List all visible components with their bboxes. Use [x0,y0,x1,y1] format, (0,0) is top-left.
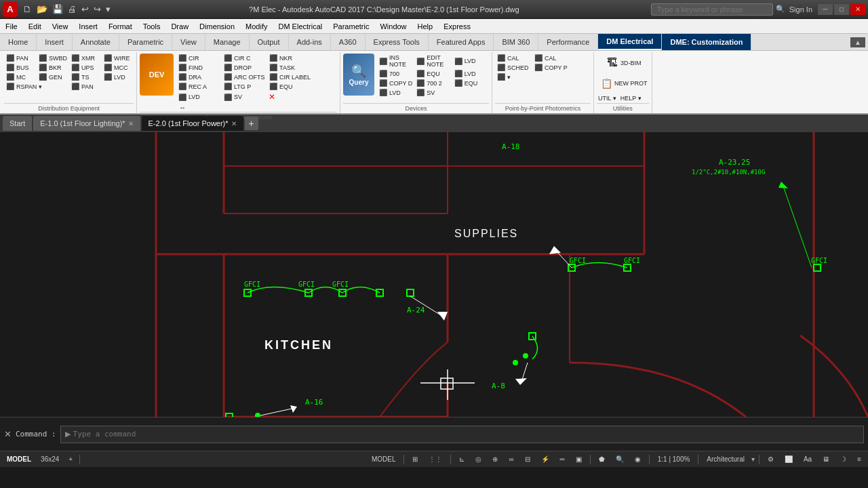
bus-button[interactable]: ⬛BUS [4,63,36,72]
mcc-button[interactable]: ⬛MCC [102,63,134,72]
menu-tools[interactable]: Tools [138,19,166,33]
save-icon[interactable]: 💾 [51,3,64,16]
circ-button[interactable]: ⬛CIR C [222,54,267,62]
hardware-accel-button[interactable]: 🖥 [818,455,833,464]
equ-dev-button[interactable]: ⬛EQU [414,69,451,78]
undo-icon[interactable]: ↩ [80,3,90,16]
model-tab-button[interactable]: MODEL [3,455,35,464]
menu-insert[interactable]: Insert [73,19,103,33]
dev-700-button[interactable]: ⬛700 [377,69,414,78]
model-indicator[interactable]: MODEL [368,455,400,464]
print-icon[interactable]: 🖨 [66,3,78,16]
reca-button[interactable]: ⬛REC A [176,82,221,91]
equ-c-button[interactable]: ⬛EQU [267,82,312,91]
tab-a360[interactable]: A360 [331,34,366,50]
query-large-button[interactable]: 🔍 Query [343,54,374,96]
find-button[interactable]: ⬛FIND [176,63,221,72]
sv3-button[interactable]: ⬛SV [414,88,451,97]
osnap-button[interactable]: ⊕ [488,455,502,464]
lvd3-button[interactable]: ⬛LVD [377,88,414,97]
edit-note-button[interactable]: ⬛EDITNOTE [414,54,451,68]
menu-parametric[interactable]: Parametric [328,19,374,33]
tab-parametric[interactable]: Parametric [119,34,172,50]
rspan-button[interactable]: ⬛RSPAN ▾ [4,82,68,91]
menu-modify[interactable]: Modify [240,19,273,33]
tab-home[interactable]: Home [0,34,37,50]
menu-window[interactable]: Window [374,19,412,33]
tab-e20-close[interactable]: ✕ [231,120,237,127]
tab-featured[interactable]: Featured Apps [429,34,494,50]
tab-e20[interactable]: E-2.0 (1st Floor Power)* ✕ [142,116,243,131]
tab-dme-customization[interactable]: DME: Customization [662,34,751,50]
tab-start[interactable]: Start [3,116,32,131]
lvd-button[interactable]: ⬛LVD [102,73,134,81]
tab-view[interactable]: View [172,34,205,50]
dev-7002-button[interactable]: ⬛700 2 [414,79,451,87]
tab-e10[interactable]: E-1.0 (1st Floor Lighting)* ✕ [33,116,140,131]
task-button[interactable]: ⬛TASK [267,63,312,72]
cal-button[interactable]: ⬛CAL [495,54,532,62]
tab-manage[interactable]: Manage [205,34,250,50]
equ3-button[interactable]: ⬛EQU [452,79,489,87]
ltg-p-button[interactable]: ⬛LTG P [222,82,267,91]
lw-button[interactable]: ═ [556,455,569,464]
layout-tab-button[interactable]: 36x24 [37,455,63,464]
gen-button[interactable]: ⬛GEN [37,73,68,81]
otrack-button[interactable]: ∞ [505,455,517,464]
swbd-button[interactable]: ⬛SWBD [37,54,68,62]
isolation-button[interactable]: ☽ [836,455,850,464]
command-input[interactable] [73,430,859,439]
units-button[interactable]: Architectural [703,455,749,464]
tab-insert[interactable]: Insert [37,34,73,50]
sched-button[interactable]: ⬛SCHED [495,63,532,72]
redo-icon[interactable]: ↪ [92,3,102,16]
tab-output[interactable]: Output [250,34,289,50]
add-layout-button[interactable]: + [64,455,77,464]
sc-button[interactable]: 🔍 [612,455,628,464]
ducs-button[interactable]: ⊟ [521,455,534,464]
snap-button[interactable]: ⋮⋮ [425,455,446,464]
new-icon[interactable]: 🗋 [22,3,33,16]
tab-bim360[interactable]: BIM 360 [494,34,538,50]
dev-large-button[interactable]: DEV [140,54,174,96]
tab-e10-close[interactable]: ✕ [128,120,134,127]
cir-button[interactable]: ⬛CIR [176,54,221,62]
dropdown-icon[interactable]: ▾ [104,3,112,16]
help-button[interactable]: HELP ▾ [619,94,643,102]
drop-button[interactable]: ⬛DROP [222,63,267,72]
tab-performance[interactable]: Performance [538,34,598,50]
ts-button[interactable]: ⬛TS [69,73,101,81]
new-prot-button[interactable]: 📋 NEW PROT [597,74,649,93]
search-input[interactable] [651,3,773,16]
menu-dimension[interactable]: Dimension [194,19,240,33]
arc-ofts-button[interactable]: ⬛ARC OFTS [222,73,267,81]
qp-button[interactable]: ⬟ [595,455,609,464]
dyn-button[interactable]: ⚡ [537,455,553,464]
menu-help[interactable]: Help [412,19,439,33]
ribbon-collapse-button[interactable]: ▲ [850,37,865,47]
ups-button[interactable]: ⬛UPS [69,63,101,72]
lvd-dev-button[interactable]: ⬛LVD [452,54,489,68]
bkr-button[interactable]: ⬛BKR [37,63,68,72]
sign-in-button[interactable]: Sign In [789,5,812,14]
open-icon[interactable]: 📂 [35,3,49,16]
pan-sub-button[interactable]: ⬛PAN [69,82,101,91]
arrows-button[interactable]: ↔ [176,103,221,112]
sv-c-button[interactable]: ⬛SV [222,92,267,102]
menu-view[interactable]: View [47,19,74,33]
lvd-dev2-button[interactable]: ⬛LVD [452,69,489,78]
cir-label-button[interactable]: ⬛CIR LABEL [267,73,312,81]
copy-d-button[interactable]: ⬛COPY D [377,79,414,87]
3d-bim-button[interactable]: 🏗 3D-BIM [597,54,649,73]
command-close-icon[interactable]: ✕ [4,429,12,439]
tab-add-button[interactable]: + [245,117,258,130]
menu-edit[interactable]: Edit [23,19,47,33]
units-dropdown-icon[interactable]: ▾ [751,455,755,463]
drawing-area[interactable]: KITCHEN SUPPLIES A-18 GFCI GFCI GFCI GFC… [0,132,868,417]
menu-dm-electrical[interactable]: DM Electrical [273,19,328,33]
util-button[interactable]: UTIL ▾ [597,94,618,102]
customize-button[interactable]: ≡ [853,455,865,464]
search-icon[interactable]: 🔍 [776,5,785,14]
wire-button[interactable]: ⬛WIRE [102,54,134,62]
lvd-c-button[interactable]: ⬛LVD [176,92,221,102]
